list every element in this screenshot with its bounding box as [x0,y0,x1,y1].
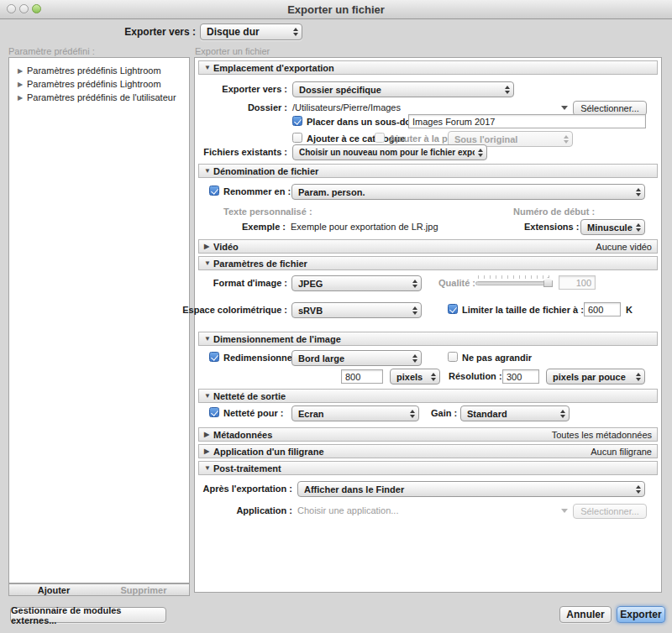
preset-item-label: Paramètres prédéfinis Lightroom [27,65,161,76]
section-body-file-settings: Format d'image : JPEG Qualité : Espace c… [198,270,658,329]
resolution-input[interactable] [502,369,539,384]
disclosure-open-icon: ▼ [204,335,213,343]
section-title: Netteté de sortie [213,391,286,401]
disclosure-closed-icon: ▶ [204,243,213,250]
popup-arrows-icon [636,373,641,381]
disclosure-closed-icon[interactable]: ▶ [18,81,27,88]
size-input[interactable] [341,369,383,384]
colorspace-popup[interactable]: sRVB [291,302,422,318]
plugin-manager-button[interactable]: Gestionnaire de modules externes... [10,607,166,623]
disclosure-open-icon: ▼ [204,167,213,175]
section-header-file-settings[interactable]: ▼ Paramètres de fichier [198,256,658,270]
subfolder-input[interactable] [408,114,646,128]
image-format-popup[interactable]: JPEG [291,275,422,291]
no-enlarge-checkbox[interactable] [448,352,458,362]
sidebar-item-preset[interactable]: ▶ Paramètres prédéfinis de l'utilisateur [9,91,189,104]
add-to-stack-checkbox [375,133,385,143]
resolution-unit-value: pixels par pouce [553,372,633,382]
section-header-metadata[interactable]: ▶ Métadonnées Toutes les métadonnées [198,427,658,442]
section-body-image-sizing: Redimensionner : Bord large Ne pas agran… [198,346,658,386]
after-export-popup[interactable]: Afficher dans le Finder [297,481,645,497]
section-header-image-sizing[interactable]: ▼ Dimensionnement de l'image [198,332,658,346]
resize-checkbox[interactable] [209,352,219,362]
rename-template-value: Param. person. [298,187,633,197]
export-to-label: Exporter vers : [50,26,196,38]
sharpen-checkbox[interactable] [209,407,219,417]
popup-arrows-icon [431,373,436,381]
folder-label: Dossier : [198,102,287,112]
after-export-label: Après l'exportation : [198,484,292,494]
window-titlebar: Exporter un fichier [0,0,672,19]
limit-size-input[interactable] [584,302,621,316]
stack-position-value: Sous l'original [454,134,560,144]
folder-export-to-label: Exporter vers : [198,84,287,94]
rename-checkbox[interactable] [209,186,219,196]
custom-text-label: Texte personnalisé : [223,207,312,217]
window-title: Exporter un fichier [0,3,672,16]
cancel-button[interactable]: Annuler [559,606,612,623]
section-header-location[interactable]: ▼ Emplacement d'exportation [198,60,658,75]
existing-files-popup[interactable]: Choisir un nouveau nom pour le fichier e… [292,144,487,160]
section-header-watermark[interactable]: ▶ Application d'un filigrane Aucun filig… [198,444,658,458]
disclosure-closed-icon[interactable]: ▶ [18,94,27,102]
section-status: Toutes les métadonnées [552,430,652,440]
section-header-output-sharpening[interactable]: ▼ Netteté de sortie [198,389,658,403]
sidebar-item-preset[interactable]: ▶ Paramètres prédéfinis Lightroom [9,64,189,77]
export-to-popup[interactable]: Disque dur [200,24,302,40]
disclosure-closed-icon[interactable]: ▶ [18,67,27,75]
section-title: Dimensionnement de l'image [213,334,341,344]
section-title: Métadonnées [213,430,272,440]
preset-list-label: Paramètre prédéfini : [8,46,95,56]
resolution-unit-popup[interactable]: pixels par pouce [546,369,645,385]
subfolder-checkbox[interactable] [292,116,302,126]
limit-size-checkbox[interactable] [448,304,458,314]
example-label: Exemple : [198,222,286,232]
size-unit-popup[interactable]: pixels [390,369,440,385]
application-menu-icon [561,509,568,513]
preset-item-label: Paramètres prédéfinis de l'utilisateur [27,92,176,102]
resize-mode-value: Bord large [298,353,409,364]
section-file-settings: ▼ Paramètres de fichier Format d'image :… [198,256,658,329]
section-image-sizing: ▼ Dimensionnement de l'image Redimension… [198,332,658,386]
resize-mode-popup[interactable]: Bord large [291,350,422,366]
colorspace-value: sRVB [298,306,409,316]
rename-template-popup[interactable]: Param. person. [291,184,645,200]
popup-arrows-icon [564,135,569,144]
section-body-post-processing: Après l'exportation : Afficher dans le F… [198,475,658,526]
select-application-label: Sélectionner... [580,506,639,516]
quality-slider[interactable] [475,275,553,285]
extensions-value: Minuscules [587,222,633,233]
remove-preset-label: Supprimer [120,585,166,595]
popup-arrows-icon [560,410,565,418]
after-export-value: Afficher dans le Finder [304,484,633,494]
export-destination-popup[interactable]: Dossier spécifique [292,81,514,97]
export-to-popup-value: Disque dur [207,26,290,38]
sharpen-target-popup[interactable]: Ecran [291,405,419,421]
popup-arrows-icon [636,223,641,232]
sidebar-item-preset[interactable]: ▶ Paramètres prédéfinis Lightroom [9,77,189,91]
section-header-post-processing[interactable]: ▼ Post-traitement [198,461,658,475]
section-body-location: Exporter vers : Dossier spécifique Dossi… [198,75,658,159]
quality-label: Qualité : [438,278,475,288]
popup-arrows-icon [412,354,417,363]
section-status: Aucune vidéo [596,242,652,252]
section-title: Vidéo [213,242,239,252]
gain-popup[interactable]: Standard [460,405,570,421]
colorspace-label: Espace colorimétrique : [173,305,287,315]
sharpen-target-value: Ecran [298,409,407,419]
section-header-video[interactable]: ▶ Vidéo Aucune vidéo [198,239,658,254]
section-location: ▼ Emplacement d'exportation Exporter ver… [198,60,658,159]
add-to-catalog-checkbox[interactable] [292,133,302,143]
rename-label: Renommer en : [223,186,291,196]
popup-arrows-icon [636,188,641,196]
add-preset-button[interactable]: Ajouter [8,583,99,596]
section-title: Paramètres de fichier [213,259,307,269]
remove-preset-button[interactable]: Supprimer [98,583,190,596]
folder-menu-icon[interactable] [561,106,568,110]
extensions-label: Extensions : [524,222,579,232]
extensions-popup[interactable]: Minuscules [580,219,645,235]
gain-value: Standard [467,409,557,419]
export-button[interactable]: Exporter [617,606,665,623]
section-header-naming[interactable]: ▼ Dénomination de fichier [198,164,658,178]
section-naming: ▼ Dénomination de fichier Renommer en : … [198,164,658,237]
